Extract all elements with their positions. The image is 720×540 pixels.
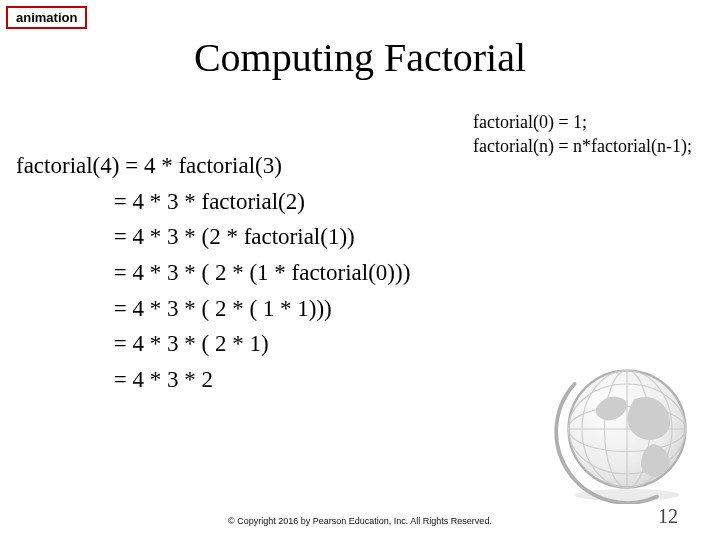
expansion-line: = 4 * 3 * factorial(2) [16, 184, 410, 220]
expansion-line: factorial(4) = 4 * factorial(3) [16, 148, 410, 184]
expansion-line: = 4 * 3 * (2 * factorial(1)) [16, 219, 410, 255]
rule-recursive-case: factorial(n) = n*factorial(n-1); [473, 134, 692, 158]
expansion-line: = 4 * 3 * ( 2 * ( 1 * 1))) [16, 291, 410, 327]
base-and-recursive-rules: factorial(0) = 1; factorial(n) = n*facto… [473, 110, 692, 159]
globe-icon [552, 354, 702, 504]
animation-badge-label: animation [16, 10, 77, 25]
slide-title: Computing Factorial [0, 34, 720, 81]
copyright-footer: © Copyright 2016 by Pearson Education, I… [0, 516, 720, 526]
expansion-line: = 4 * 3 * 2 [16, 362, 410, 398]
expansion-line: = 4 * 3 * ( 2 * 1) [16, 326, 410, 362]
animation-badge: animation [6, 6, 87, 29]
page-number: 12 [658, 505, 678, 528]
rule-base-case: factorial(0) = 1; [473, 110, 692, 134]
expansion-line: = 4 * 3 * ( 2 * (1 * factorial(0))) [16, 255, 410, 291]
factorial-expansion: factorial(4) = 4 * factorial(3) = 4 * 3 … [16, 148, 410, 397]
